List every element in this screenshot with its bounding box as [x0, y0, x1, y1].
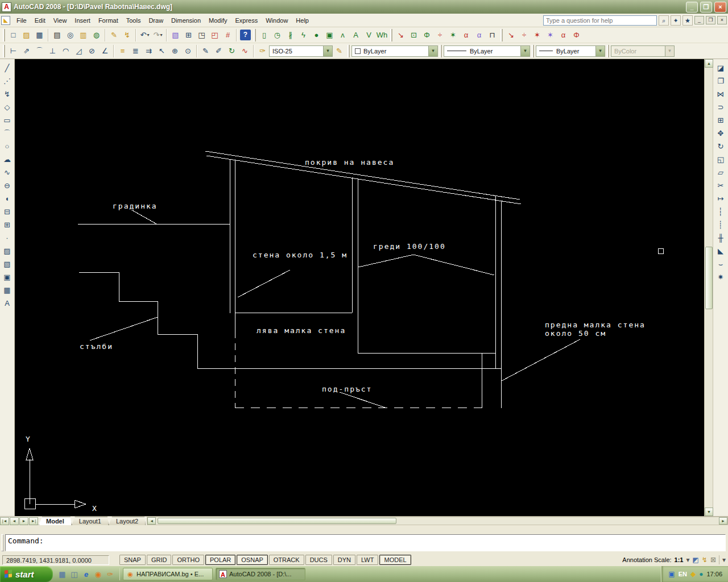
offset-button[interactable]: ⊃ — [714, 101, 727, 114]
toggle-otrack[interactable]: OTRACK — [269, 555, 304, 565]
dim-text-style-button[interactable]: ✑ — [256, 44, 269, 57]
horizontal-scrollbar[interactable]: ◄ ► — [147, 517, 728, 525]
gradient-button[interactable]: ▧ — [1, 257, 14, 271]
help-question-input[interactable] — [543, 15, 657, 26]
label-garden[interactable]: градинка — [113, 202, 158, 210]
minimize-button[interactable]: _ — [686, 2, 698, 13]
lineweight-combo-arrow[interactable]: ▾ — [595, 46, 605, 56]
electro-capacitor-icon[interactable]: ∦ — [284, 28, 297, 41]
erase-button[interactable]: ◪ — [714, 61, 727, 74]
task-button-autocad[interactable]: A AutoCAD 2008 - [D:\... — [216, 568, 305, 580]
rotate-button[interactable]: ↻ — [714, 140, 727, 153]
mirror-button[interactable]: ⋈ — [714, 88, 727, 101]
array-button[interactable]: ⊞ — [714, 114, 727, 127]
mdi-restore-button[interactable]: ❐ — [706, 16, 715, 24]
menu-file[interactable]: File — [13, 15, 31, 26]
custom2-icon-3[interactable]: ✶ — [531, 28, 544, 41]
stairs-polyline[interactable] — [79, 272, 197, 368]
custom-dim-icon-1[interactable]: ↘ — [394, 28, 407, 41]
menu-modify[interactable]: Modify — [205, 15, 231, 26]
toolbar-grip[interactable] — [348, 45, 350, 57]
point-button[interactable]: ∙ — [1, 231, 14, 244]
label-front-wall-line2[interactable]: около 50 см — [545, 329, 606, 338]
3d-dwf-button[interactable]: ◍ — [90, 28, 103, 41]
toggle-osnap[interactable]: OSNAP — [237, 555, 268, 565]
command-window-splitter[interactable] — [0, 525, 728, 533]
search-icon[interactable]: ⌕ — [659, 15, 669, 26]
markup-set-manager-button[interactable]: ◳ — [195, 28, 208, 41]
line-button[interactable]: ╱ — [1, 61, 14, 74]
toolbar-grip[interactable] — [390, 29, 392, 41]
custom-dim-icon-2[interactable]: ⊡ — [407, 28, 420, 41]
redo-button[interactable]: ↷▾ — [151, 28, 164, 41]
chamfer-button[interactable]: ◣ — [714, 244, 727, 257]
match-properties-button[interactable]: ✎ — [107, 28, 121, 41]
mdi-close-button[interactable]: × — [717, 16, 727, 24]
comm-center-icon[interactable]: ✦ — [671, 15, 681, 26]
dim-baseline-button[interactable]: ≣ — [129, 44, 142, 57]
fillet-button[interactable]: ⌣ — [714, 257, 727, 271]
dim-diameter-button[interactable]: ⊘ — [85, 44, 98, 57]
model-space-canvas[interactable]: покрив на навеса градинка стена около 1,… — [15, 59, 704, 516]
dim-text-edit-button[interactable]: ✐ — [212, 44, 225, 57]
electro-voltmeter-icon[interactable]: V — [362, 28, 375, 41]
stretch-button[interactable]: ▱ — [714, 166, 727, 179]
dim-radius-button[interactable]: ◠ — [59, 44, 72, 57]
label-wall[interactable]: стена около 1,5 м — [253, 251, 348, 259]
label-floor[interactable]: под-пръст — [322, 385, 372, 393]
undo-button[interactable]: ↶▾ — [138, 28, 151, 41]
tab-first-button[interactable]: |◄ — [0, 517, 9, 525]
menu-format[interactable]: Format — [94, 15, 122, 26]
toolbar-grip[interactable] — [607, 45, 609, 57]
dim-ordinate-button[interactable]: ⊥ — [46, 44, 59, 57]
match-flash-button[interactable]: ↯ — [121, 28, 134, 41]
custom-dim-icon-3[interactable]: Φ — [420, 28, 433, 41]
status-bar-menu-icon[interactable]: ▾ — [722, 556, 726, 564]
scroll-left-icon[interactable]: ◄ — [147, 517, 156, 525]
lineweight-control-combo[interactable]: ByLayer ▾ — [536, 45, 605, 57]
hatch-button[interactable]: ▨ — [1, 244, 14, 257]
command-input[interactable]: Command: — [5, 534, 726, 551]
custom2-icon-6[interactable]: Φ — [570, 28, 583, 41]
quicklaunch-calc-icon[interactable]: ▦ — [57, 569, 67, 579]
annotation-scale-dropdown-icon[interactable]: ▾ — [686, 556, 689, 564]
dim-angular-button[interactable]: ∠ — [98, 44, 111, 57]
right-post[interactable] — [495, 196, 501, 408]
toggle-snap[interactable]: SNAP — [119, 555, 146, 565]
menu-draw[interactable]: Draw — [144, 15, 167, 26]
dim-arc-length-button[interactable]: ⌒ — [33, 44, 46, 57]
annotation-leaders[interactable] — [90, 210, 580, 408]
dim-linear-button[interactable]: ⊢ — [7, 44, 20, 57]
electro-wire-icon[interactable]: ʌ — [336, 28, 349, 41]
electro-battery-icon[interactable]: ▯ — [258, 28, 271, 41]
table-button[interactable]: ▦ — [1, 284, 14, 297]
dim-style-combo-arrow[interactable]: ▾ — [323, 46, 332, 56]
toggle-ducs[interactable]: DUCS — [305, 555, 332, 565]
annotation-scale-value[interactable]: 1:1 — [675, 556, 684, 563]
polyline-button[interactable]: ↯ — [1, 88, 14, 101]
beams-box[interactable] — [358, 353, 495, 408]
custom-dim-icon-7[interactable]: α — [473, 28, 486, 41]
menu-window[interactable]: Window — [262, 15, 292, 26]
internet-explorer-icon[interactable]: e — [81, 569, 91, 579]
toggle-model[interactable]: MODEL — [379, 555, 411, 565]
insert-block-button[interactable]: ⊟ — [1, 205, 14, 218]
custom2-icon-5[interactable]: α — [557, 28, 570, 41]
tab-layout1[interactable]: Layout1 — [72, 517, 109, 525]
toolbar-grip[interactable] — [3, 29, 5, 41]
middle-post[interactable] — [352, 177, 358, 353]
menu-tools[interactable]: Tools — [122, 15, 145, 26]
label-front-wall-line1[interactable]: предна малка стена — [545, 321, 646, 329]
publish-button[interactable]: ▥ — [77, 28, 90, 41]
plot-preview-button[interactable]: ◎ — [64, 28, 77, 41]
dimension-style-button[interactable]: ✎ — [333, 44, 346, 57]
dim-tolerance-button[interactable]: ⊕ — [168, 44, 181, 57]
toolbar-grip[interactable] — [3, 45, 5, 57]
toolbar-grip[interactable] — [440, 45, 442, 57]
language-indicator[interactable]: EN — [679, 571, 687, 577]
dim-style-combo[interactable]: ISO-25 ▾ — [269, 45, 333, 57]
dim-aligned-button[interactable]: ⇗ — [20, 44, 33, 57]
spline-button[interactable]: ∿ — [1, 166, 14, 179]
start-button[interactable]: start — [0, 566, 53, 582]
custom2-icon-1[interactable]: ↘ — [504, 28, 518, 41]
